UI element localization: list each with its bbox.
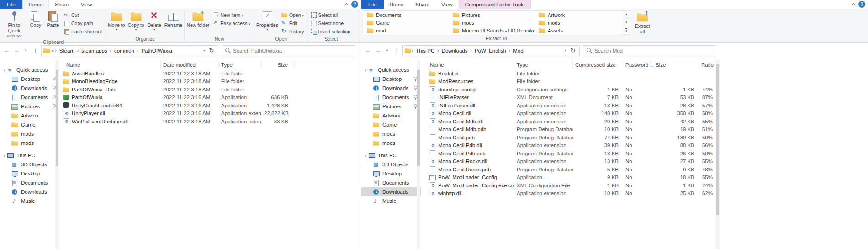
tab-compressed-folder-tools[interactable]: Compressed Folder Tools [459, 0, 531, 9]
nav-item[interactable]: 3D Objects [361, 160, 421, 169]
copy-to-button[interactable]: Copy to [126, 9, 145, 32]
properties-button[interactable]: Properties [255, 9, 280, 32]
copy-path-button[interactable]: Copy path [62, 19, 105, 27]
nav-item[interactable]: Downloads [361, 187, 421, 196]
nav-item[interactable]: mods [361, 129, 421, 138]
file-row[interactable]: Mono.Cecil.Pdb.dll Application extension… [421, 142, 868, 150]
nav-item[interactable]: mods [0, 129, 59, 138]
nav-item[interactable]: Game [361, 120, 421, 129]
extract-destination-item[interactable]: mods [451, 19, 537, 26]
history-button[interactable]: History [280, 27, 307, 36]
nav-item[interactable]: Quick access [361, 65, 421, 74]
nav-item[interactable]: Desktop [361, 169, 421, 178]
breadcrumb-segment[interactable]: Steam [57, 48, 77, 53]
delete-button[interactable]: Delete [146, 9, 163, 32]
rename-button[interactable]: Rename [163, 9, 184, 28]
forward-button[interactable]: → [11, 47, 21, 54]
column-header-name[interactable]: Name [59, 60, 161, 69]
recent-locations-icon[interactable]: ▾ [382, 48, 392, 53]
extract-destination-item[interactable]: Artwork [537, 11, 623, 19]
select-all-button[interactable]: Select all [309, 11, 354, 19]
column-header-size[interactable]: Size [653, 60, 699, 69]
file-row[interactable]: PathOfWuxia 2022-11-22 3:16 AM Applicati… [59, 94, 361, 102]
extract-all-button[interactable]: Extract all [630, 9, 654, 34]
file-row[interactable]: WinPixEventRuntime.dll 2022-11-22 3:18 A… [59, 117, 361, 126]
file-row[interactable]: PathOfWuxia_Data 2022-11-22 3:18 AM File… [59, 85, 361, 94]
breadcrumb-segment[interactable]: steamapps [79, 48, 110, 53]
nav-item[interactable]: This PC [361, 151, 421, 160]
move-to-button[interactable]: Move to [106, 9, 126, 32]
tab-view[interactable]: View [435, 0, 459, 9]
extract-destination-item[interactable]: mod [365, 26, 451, 34]
expander-chevron-icon[interactable] [363, 154, 368, 158]
file-row[interactable]: BepInEx File folder [421, 69, 868, 78]
file-row[interactable]: INIFileParser XML Document 7 KB No 53 KB… [421, 94, 868, 102]
paste-button[interactable]: Paste [44, 9, 62, 28]
invert-selection-button[interactable]: Invert selection [309, 27, 354, 36]
column-header-compressed-size[interactable]: Compressed size [573, 60, 623, 69]
tab-home[interactable]: Home [22, 0, 49, 9]
file-row[interactable]: UnityPlayer.dll 2022-11-22 3:16 AM Appli… [59, 110, 361, 118]
nav-item[interactable]: Downloads [0, 187, 59, 196]
file-row[interactable]: PoW_ModLoader_Config.exe.config XML Conf… [421, 181, 868, 190]
tab-share[interactable]: Share [409, 0, 435, 9]
file-row[interactable]: Mono.Cecil.Rocks.dll Application extensi… [421, 158, 868, 166]
nav-item[interactable]: Documents [0, 93, 59, 102]
select-none-button[interactable]: Select none [309, 19, 354, 27]
file-list-scrollbar[interactable] [716, 60, 720, 249]
expander-chevron-icon[interactable] [363, 68, 368, 72]
nav-item[interactable]: Documents [0, 178, 59, 187]
nav-item[interactable]: Desktop [0, 74, 59, 84]
up-button[interactable]: ↑ [392, 47, 402, 54]
nav-item[interactable]: 3D Objects [0, 160, 59, 169]
new-item-button[interactable]: New item [211, 11, 254, 19]
breadcrumb[interactable]: « Steam steamapps common [41, 45, 218, 56]
back-button[interactable]: ← [363, 47, 373, 54]
expander-chevron-icon[interactable] [2, 154, 7, 158]
gallery-scroll-up-icon[interactable] [623, 11, 630, 19]
file-row[interactable]: INIFileParser.dll Application extension … [421, 101, 868, 110]
file-row[interactable]: AssetBundles 2022-11-22 3:18 AM File fol… [59, 69, 361, 78]
nav-item[interactable]: This PC [0, 151, 59, 160]
address-dropdown-icon[interactable] [563, 48, 568, 53]
paste-shortcut-button[interactable]: Paste shortcut [62, 27, 105, 36]
edit-button[interactable]: Edit [280, 19, 307, 27]
forward-button[interactable]: → [373, 47, 382, 54]
nav-item[interactable]: mods [0, 138, 59, 148]
refresh-icon[interactable] [568, 47, 577, 54]
nav-item[interactable]: Music [0, 196, 59, 206]
column-header-name[interactable]: Name [421, 60, 514, 69]
nav-item[interactable]: Game [0, 120, 59, 129]
nav-item[interactable]: Documents [361, 93, 421, 102]
breadcrumb-segment[interactable]: PoW_English [472, 48, 509, 53]
refresh-icon[interactable] [207, 47, 216, 54]
cut-button[interactable]: Cut [62, 11, 105, 19]
tab-share[interactable]: Share [49, 0, 75, 9]
nav-item[interactable]: Artwork [361, 111, 421, 120]
address-dropdown-icon[interactable] [201, 48, 207, 53]
nav-item[interactable]: Documents [361, 178, 421, 187]
up-button[interactable]: ↑ [31, 47, 40, 54]
pin-to-quick-access-button[interactable]: Pin to Quick access [1, 9, 27, 39]
extract-destination-item[interactable]: Modern UI Sounds - HD Remake [451, 26, 537, 34]
extract-destination-item[interactable]: Documents [365, 11, 451, 19]
breadcrumb-segment[interactable]: Downloads [439, 48, 471, 53]
gallery-more-icon[interactable] [623, 26, 630, 35]
easy-access-button[interactable]: Easy access [211, 19, 254, 27]
nav-item[interactable]: mods [361, 138, 421, 148]
breadcrumb-segment[interactable]: common [111, 48, 137, 53]
help-icon[interactable] [351, 1, 358, 8]
nav-item[interactable]: Music [361, 196, 421, 206]
minimize-ribbon-icon[interactable] [848, 0, 858, 9]
column-header-size[interactable]: Size [262, 60, 295, 69]
breadcrumb-segment[interactable]: Mod [510, 48, 526, 53]
column-header-password[interactable]: Password ... [623, 60, 653, 69]
tab-file[interactable]: File [0, 0, 22, 9]
nav-item[interactable]: Pictures [0, 102, 59, 111]
extract-destination-item[interactable]: Pictures [451, 11, 537, 19]
column-header-type[interactable]: Type [219, 60, 262, 69]
new-folder-button[interactable]: New folder [185, 9, 211, 28]
file-row[interactable]: ModResources File folder [421, 78, 868, 86]
help-icon[interactable] [858, 1, 865, 8]
file-row[interactable]: UnityCrashHandler64 2022-11-22 3:16 AM A… [59, 101, 361, 110]
